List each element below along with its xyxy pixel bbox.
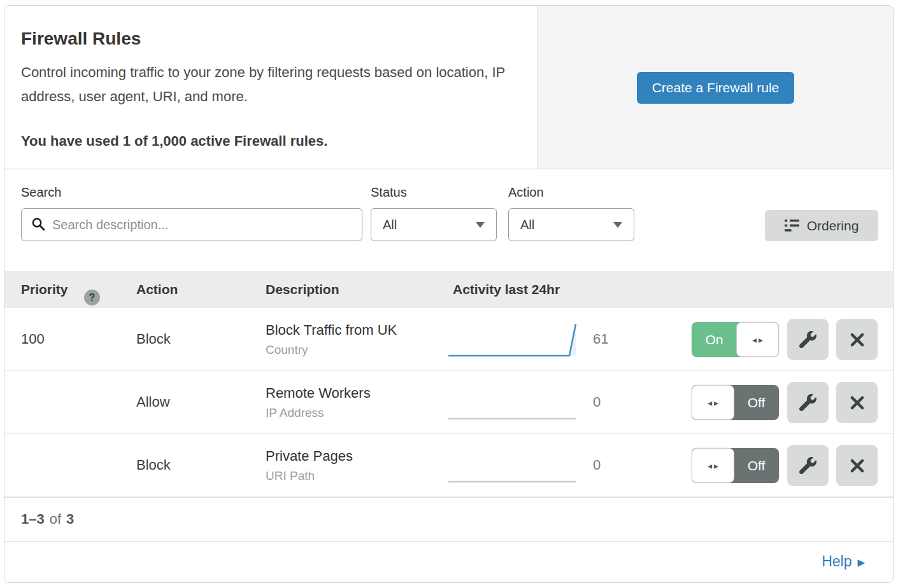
column-header-action: Action [136, 282, 178, 297]
create-firewall-rule-button[interactable]: Create a Firewall rule [637, 72, 795, 104]
activity-count: 0 [593, 434, 601, 496]
header-text-block: Firewall Rules Control incoming traffic … [4, 6, 538, 169]
pagination-of: of [50, 511, 61, 528]
page-title: Firewall Rules [21, 29, 518, 49]
activity-sparkline [446, 321, 581, 358]
arrow-left-icon: ◂ [752, 335, 757, 345]
wrench-icon [799, 394, 816, 411]
arrow-right-icon: ▸ [714, 398, 718, 408]
rule-action: Block [136, 434, 171, 496]
caret-right-icon: ▶ [857, 557, 865, 568]
ordering-button[interactable]: Ordering [765, 210, 878, 241]
pagination-bar: 1–3 of 3 [4, 497, 893, 541]
activity-count: 0 [593, 371, 601, 433]
search-label: Search [21, 185, 61, 200]
delete-rule-button[interactable] [836, 445, 878, 486]
toggle-state-label: Off [734, 448, 779, 483]
wrench-icon [799, 331, 816, 348]
arrow-right-icon: ▸ [714, 461, 718, 471]
arrow-right-icon: ▸ [759, 335, 763, 345]
status-select-value: All [383, 218, 397, 232]
rule-match-type: Country [266, 343, 308, 357]
delete-rule-button[interactable] [836, 382, 878, 423]
status-label: Status [371, 185, 407, 200]
toggle-handle[interactable]: ◂▸ [692, 385, 734, 420]
pagination-range: 1–3 [21, 511, 45, 528]
page-description: Control incoming traffic to your zone by… [21, 60, 511, 109]
rule-action: Allow [136, 371, 170, 433]
firewall-rule-row: 100 Block Block Traffic from UK Country … [4, 308, 893, 371]
toggle-handle[interactable]: ◂▸ [736, 322, 779, 357]
column-header-activity: Activity last 24hr [453, 282, 560, 297]
rule-description: Private Pages [266, 448, 353, 465]
toggle-state-label: Off [734, 385, 779, 420]
edit-rule-button[interactable] [787, 382, 829, 423]
edit-rule-button[interactable] [787, 445, 829, 486]
toggle-handle[interactable]: ◂▸ [692, 448, 734, 483]
rule-enabled-toggle[interactable]: ◂▸ Off [692, 385, 779, 420]
delete-rule-button[interactable] [836, 319, 878, 360]
activity-sparkline [446, 384, 581, 421]
rule-description: Block Traffic from UK [266, 322, 397, 339]
arrow-left-icon: ◂ [708, 461, 712, 471]
help-link[interactable]: Help ▶ [822, 553, 865, 570]
rule-description-cell: Remote Workers IP Address [266, 371, 371, 433]
rule-match-type: URI Path [266, 469, 315, 483]
rule-enabled-toggle[interactable]: On ◂▸ [692, 322, 779, 357]
rule-match-type: IP Address [266, 406, 324, 420]
rule-enabled-toggle[interactable]: ◂▸ Off [692, 448, 779, 483]
ordering-button-label: Ordering [807, 218, 859, 234]
action-label: Action [508, 185, 544, 200]
help-link-label: Help [822, 553, 852, 570]
x-icon [849, 395, 866, 411]
column-header-description: Description [266, 282, 339, 297]
x-icon [849, 458, 866, 474]
rule-description-cell: Block Traffic from UK Country [266, 308, 397, 370]
search-icon [31, 217, 45, 231]
help-bar: Help ▶ [4, 541, 893, 582]
firewall-rule-row: Allow Remote Workers IP Address 0 ◂▸ Off [4, 371, 893, 434]
action-select[interactable]: All [508, 208, 634, 241]
usage-note: You have used 1 of 1,000 active Firewall… [21, 133, 518, 150]
rule-action: Block [136, 308, 171, 370]
column-header-priority: Priority [21, 282, 68, 297]
action-select-value: All [520, 218, 534, 232]
activity-count: 61 [593, 308, 608, 370]
priority-help-icon[interactable]: ? [84, 290, 100, 305]
table-header-row: Priority ? Action Description Activity l… [4, 271, 893, 308]
filter-bar: Search Status All Action All [4, 169, 893, 271]
firewall-rule-row: Block Private Pages URI Path 0 ◂▸ Off [4, 434, 893, 497]
header-action-panel: Create a Firewall rule [538, 6, 893, 169]
edit-rule-button[interactable] [787, 319, 829, 360]
ordered-list-icon [785, 219, 799, 232]
rule-description: Remote Workers [266, 385, 371, 402]
search-input[interactable] [21, 208, 362, 241]
x-icon [849, 332, 866, 348]
firewall-rules-panel: Firewall Rules Control incoming traffic … [4, 5, 894, 583]
search-field-wrap [21, 208, 362, 241]
status-select[interactable]: All [371, 208, 497, 241]
rule-priority: 100 [21, 308, 45, 370]
pagination-total: 3 [66, 511, 74, 528]
rule-description-cell: Private Pages URI Path [266, 434, 353, 496]
chevron-down-icon [476, 222, 485, 228]
chevron-down-icon [613, 222, 622, 228]
arrow-left-icon: ◂ [708, 398, 712, 408]
activity-sparkline [446, 447, 581, 484]
header-section: Firewall Rules Control incoming traffic … [4, 6, 893, 169]
toggle-state-label: On [692, 322, 737, 357]
wrench-icon [799, 457, 816, 474]
